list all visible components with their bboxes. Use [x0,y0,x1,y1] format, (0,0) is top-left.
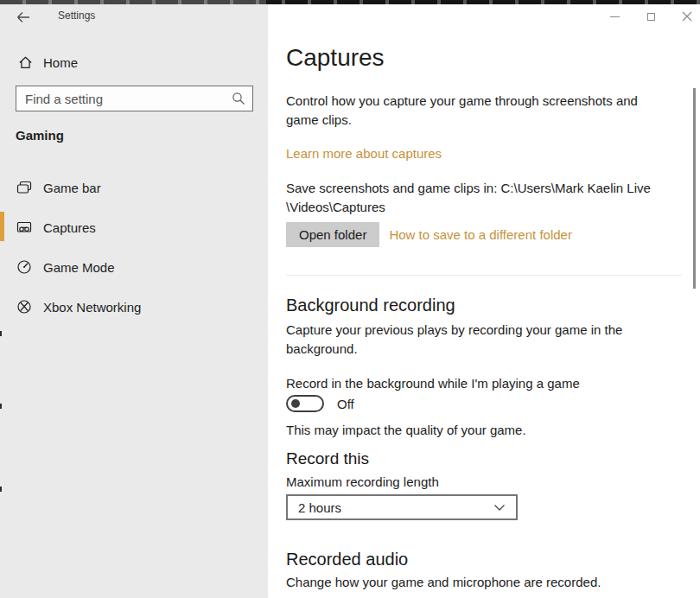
search-icon [231,91,246,106]
record-this-heading: Record this [286,448,369,470]
selected-option-label: 2 hours [298,500,341,515]
captures-icon [16,219,33,236]
save-location-text: Save screenshots and game clips in: C:\U… [286,179,671,217]
toggle-knob [291,399,300,408]
back-button[interactable] [15,9,32,26]
sidebar-item-label: Game bar [43,181,101,195]
close-button[interactable] [676,7,698,26]
minimize-icon [610,16,620,17]
page-description: Control how you capture your game throug… [286,92,671,130]
window-edge-artifact [0,404,2,409]
page-title: Captures [286,42,385,73]
open-folder-button[interactable]: Open folder [286,222,379,247]
sidebar-item-xbox-networking[interactable]: Xbox Networking [0,291,268,322]
sidebar-item-label: Captures [43,220,96,235]
scrollbar-thumb[interactable] [693,88,696,289]
background-recording-toggle-row: Off [286,395,354,412]
sidebar-item-label: Home [43,55,78,70]
search-input[interactable] [16,86,253,111]
arrow-left-icon [15,9,32,26]
chevron-down-icon [493,504,506,512]
sidebar-item-home[interactable]: Home [0,47,268,78]
learn-more-link[interactable]: Learn more about captures [286,146,442,161]
section-divider [286,275,682,276]
main-content: Captures Control how you capture your ga… [268,4,700,598]
background-recording-toggle-label: Record in the background while I'm playi… [286,374,684,393]
sidebar-item-captures[interactable]: Captures [0,212,268,243]
window-edge-artifact [0,487,2,492]
quality-note: This may impact the quality of your game… [286,421,671,440]
recorded-audio-description: Change how your game and microphone are … [286,573,671,592]
sidebar-item-game-mode[interactable]: Game Mode [0,251,268,283]
maximize-button[interactable] [640,7,662,26]
minimize-button[interactable] [603,7,626,26]
close-icon [682,11,692,22]
xbox-logo-icon [16,298,33,315]
recorded-audio-heading: Recorded audio [286,548,408,570]
max-recording-length-label: Maximum recording length [286,473,671,492]
search-box [16,86,253,111]
different-folder-link[interactable]: How to save to a different folder [389,227,572,242]
background-recording-description: Capture your previous plays by recording… [286,321,671,359]
sidebar-item-label: Game Mode [43,260,115,275]
window-edge-artifact [0,331,2,336]
app-title: Settings [58,10,95,22]
selected-item-accent-bar [0,212,4,241]
save-location-line1: Save screenshots and game clips in: C:\U… [286,179,671,198]
sidebar-item-game-bar[interactable]: Game bar [0,172,268,203]
game-mode-icon [16,258,33,276]
maximize-icon [647,13,655,21]
save-location-line2: \Videos\Captures [286,198,671,217]
toggle-state-label: Off [337,397,354,411]
background-recording-toggle[interactable] [286,395,324,412]
sidebar: Settings Home Gaming [0,4,268,598]
background-recording-heading: Background recording [286,294,455,316]
game-bar-icon [16,179,33,196]
sidebar-item-label: Xbox Networking [43,300,141,315]
home-icon [17,54,34,71]
sidebar-section-gaming: Gaming [16,128,64,143]
max-recording-length-select[interactable]: 2 hours [286,494,518,520]
folder-actions-row: Open folder How to save to a different f… [286,222,572,247]
settings-window: Settings Home Gaming [0,0,700,598]
